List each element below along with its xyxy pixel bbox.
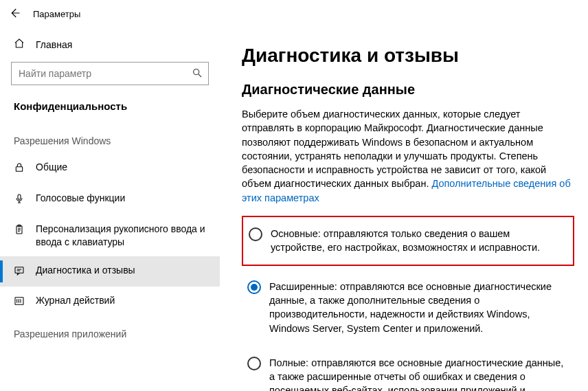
home-icon: [14, 38, 25, 51]
diagnostic-option-full[interactable]: Полные: отправляются все основные диагно…: [242, 349, 574, 391]
sidebar-item-label: Общие: [36, 161, 209, 174]
clipboard-icon: [14, 224, 25, 238]
sidebar-item-label: Диагностика и отзывы: [36, 264, 209, 277]
diagnostic-option-enhanced[interactable]: Расширенные: отправляются все основные д…: [242, 273, 574, 342]
radio-label: Полные: отправляются все основные диагно…: [269, 356, 567, 391]
radio-icon: [247, 357, 261, 370]
svg-rect-6: [15, 298, 23, 305]
search-icon: [192, 67, 203, 80]
sidebar-item-label: Журнал действий: [36, 294, 209, 307]
titlebar: Параметры: [0, 0, 588, 25]
sidebar-home-label: Главная: [36, 39, 72, 50]
sidebar-section-title: Конфиденциальность: [0, 99, 220, 124]
radio-icon-selected: [247, 280, 261, 294]
sidebar-home[interactable]: Главная: [0, 25, 220, 62]
section-heading-diagnostic-data: Диагностические данные: [242, 82, 574, 98]
sidebar-item-general[interactable]: Общие: [0, 153, 220, 184]
content: Главная Конфиденциальность Разрешения Wi…: [0, 25, 588, 391]
back-button[interactable]: [8, 7, 21, 21]
sidebar-group-windows: Разрешения Windows: [0, 124, 220, 153]
intro-paragraph: Выберите объем диагностических данных, к…: [242, 107, 574, 205]
feedback-icon: [14, 265, 25, 280]
activity-icon: [14, 295, 25, 310]
sidebar-item-voice[interactable]: Голосовые функции: [0, 184, 220, 215]
sidebar-item-activity[interactable]: Журнал действий: [0, 287, 220, 317]
sidebar-item-label: Персонализация рукописного ввода и ввода…: [36, 223, 209, 249]
svg-rect-1: [16, 167, 22, 172]
sidebar-group-apps: Разрешения приложений: [0, 317, 220, 346]
microphone-icon: [14, 193, 25, 208]
window-title: Параметры: [33, 9, 80, 19]
radio-label: Основные: отправляются только сведения о…: [271, 227, 566, 255]
main-content: Диагностика и отзывы Диагностические дан…: [220, 25, 588, 391]
search-input[interactable]: [19, 68, 192, 79]
sidebar-item-label: Голосовые функции: [36, 192, 209, 205]
intro-text: Выберите объем диагностических данных, к…: [242, 109, 546, 189]
sidebar-item-diagnostics[interactable]: Диагностика и отзывы: [0, 256, 220, 287]
lock-icon: [14, 162, 25, 177]
page-title: Диагностика и отзывы: [242, 45, 574, 67]
diagnostic-option-basic[interactable]: Основные: отправляются только сведения о…: [242, 216, 574, 266]
sidebar-item-inking[interactable]: Персонализация рукописного ввода и ввода…: [0, 215, 220, 256]
search-box[interactable]: [11, 62, 209, 85]
svg-rect-5: [15, 267, 23, 273]
sidebar: Главная Конфиденциальность Разрешения Wi…: [0, 25, 220, 391]
radio-label: Расширенные: отправляются все основные д…: [269, 280, 567, 335]
svg-rect-2: [18, 194, 21, 199]
svg-point-0: [194, 69, 199, 74]
radio-icon: [249, 227, 262, 241]
